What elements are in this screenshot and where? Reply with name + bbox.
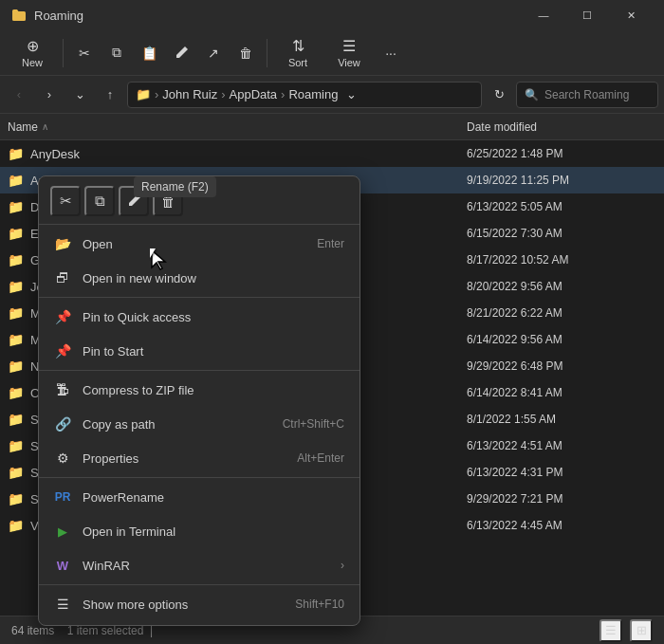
- ctx-item-powerrename[interactable]: PR PowerRename: [39, 480, 360, 514]
- ctx-item-compress-zip[interactable]: 🗜 Compress to ZIP file: [39, 373, 360, 407]
- ctx-compress-zip-label: Compress to ZIP file: [83, 383, 344, 397]
- ctx-pin-start-icon: 📌: [54, 342, 71, 359]
- ctx-item-pin-quick-access[interactable]: 📌 Pin to Quick access: [39, 300, 360, 334]
- breadcrumb-appdata[interactable]: AppData: [230, 87, 278, 101]
- ctx-divider-2: [39, 297, 360, 298]
- ctx-item-properties[interactable]: ⚙ Properties Alt+Enter: [39, 441, 360, 475]
- share-button[interactable]: ↗: [198, 36, 229, 70]
- ctx-open-new-window-icon: 🗗: [54, 269, 71, 286]
- window-title: Roaming: [34, 9, 83, 23]
- refresh-button[interactable]: ↻: [486, 82, 512, 108]
- file-name: AnyDesk: [30, 147, 461, 161]
- ctx-item-open-new-window[interactable]: 🗗 Open in new window: [39, 261, 360, 295]
- title-bar-left: Roaming: [11, 8, 83, 23]
- copy-button[interactable]: ⧉: [101, 36, 132, 70]
- ctx-delete-button[interactable]: 🗑: [153, 186, 183, 216]
- ctx-winrar-icon: W: [54, 557, 71, 574]
- file-date: 9/29/2022 6:48 PM: [467, 359, 656, 373]
- ctx-copy-path-shortcut: Ctrl+Shift+C: [283, 417, 344, 431]
- ctx-item-open[interactable]: 📂 Open Enter: [39, 227, 360, 261]
- folder-icon: 📁: [8, 173, 25, 188]
- details-view-button[interactable]: ☰: [599, 619, 622, 642]
- sort-icon: ⇅: [292, 37, 304, 55]
- file-date: 6/14/2022 8:41 AM: [467, 386, 656, 399]
- ctx-item-winrar[interactable]: W WinRAR ›: [39, 548, 360, 582]
- new-label: New: [22, 57, 43, 68]
- paste-button[interactable]: 📋: [134, 36, 164, 70]
- more-button[interactable]: ···: [376, 36, 406, 70]
- ctx-copy-button[interactable]: ⧉: [84, 186, 115, 216]
- file-date: 9/29/2022 7:21 PM: [467, 492, 656, 506]
- delete-button[interactable]: 🗑: [231, 36, 261, 70]
- ctx-winrar-label: WinRAR: [83, 559, 329, 573]
- folder-icon: 📁: [8, 226, 25, 241]
- sort-button[interactable]: ⇅ Sort: [273, 34, 323, 72]
- sort-arrow-icon: ∧: [42, 121, 48, 132]
- breadcrumb-sep-2: ›: [221, 87, 225, 101]
- folder-icon: 📁: [8, 438, 25, 453]
- ctx-item-open-terminal[interactable]: ▶ Open in Terminal: [39, 514, 360, 548]
- col-date-header[interactable]: Date modified: [467, 120, 656, 134]
- ctx-item-pin-start[interactable]: 📌 Pin to Start: [39, 334, 360, 368]
- folder-icon: 📁: [8, 518, 25, 533]
- new-button[interactable]: ⊕ New: [8, 34, 57, 72]
- context-menu: ✂ ⧉ 🗑 Rename (F2) 📂 Open Enter 🗗 Open in…: [38, 175, 360, 626]
- ctx-open-new-window-label: Open in new window: [83, 271, 344, 285]
- rename-button[interactable]: [166, 36, 196, 70]
- ctx-open-terminal-label: Open in Terminal: [83, 524, 344, 539]
- file-date: 8/17/2022 10:52 AM: [467, 253, 656, 267]
- ctx-properties-icon: ⚙: [54, 450, 71, 467]
- ctx-show-more-options-icon: ☰: [54, 596, 71, 613]
- up-button[interactable]: ↑: [97, 82, 123, 108]
- window-controls: — ☐ ✕: [522, 0, 653, 30]
- ctx-cut-button[interactable]: ✂: [50, 186, 81, 216]
- maximize-button[interactable]: ☐: [565, 0, 609, 30]
- forward-button[interactable]: ›: [36, 82, 63, 108]
- col-name-header[interactable]: Name ∧: [8, 120, 467, 134]
- address-bar: ‹ › ⌄ ↑ 📁 › John Ruiz › AppData › Roamin…: [0, 76, 664, 114]
- breadcrumb[interactable]: 📁 › John Ruiz › AppData › Roaming ⌄: [127, 82, 482, 108]
- cut-button[interactable]: ✂: [69, 36, 100, 70]
- back-button[interactable]: ‹: [6, 82, 32, 108]
- file-date: 6/13/2022 4:51 AM: [467, 439, 656, 452]
- search-icon: 🔍: [525, 88, 539, 101]
- ctx-powerrename-icon: PR: [54, 488, 71, 506]
- ctx-divider-5: [39, 584, 360, 585]
- file-date: 6/25/2022 1:48 PM: [467, 147, 656, 160]
- recent-button[interactable]: ⌄: [66, 82, 93, 108]
- ctx-show-more-options-label: Show more options: [83, 598, 284, 612]
- large-icons-view-button[interactable]: ⊞: [630, 619, 653, 642]
- file-date: 6/15/2022 7:30 AM: [467, 227, 656, 240]
- ctx-open-terminal-icon: ▶: [54, 523, 71, 540]
- ctx-properties-label: Properties: [83, 451, 286, 466]
- title-bar: Roaming — ☐ ✕: [0, 0, 664, 30]
- ctx-item-show-more-options[interactable]: ☰ Show more options Shift+F10: [39, 587, 360, 621]
- breadcrumb-folder-icon: 📁: [136, 87, 151, 101]
- folder-icon: 📁: [8, 146, 25, 161]
- ctx-open-label: Open: [83, 237, 305, 251]
- ctx-powerrename-label: PowerRename: [83, 490, 344, 505]
- minimize-button[interactable]: —: [522, 0, 565, 30]
- col-name-label: Name: [8, 120, 38, 134]
- search-placeholder: Search Roaming: [544, 88, 629, 101]
- breadcrumb-roaming[interactable]: Roaming: [288, 87, 338, 101]
- breadcrumb-john-ruiz[interactable]: John Ruiz: [162, 87, 217, 101]
- close-button[interactable]: ✕: [609, 0, 653, 30]
- file-date: 6/13/2022 4:45 AM: [467, 519, 656, 532]
- toolbar-separator-2: [267, 39, 267, 67]
- breadcrumb-sep-3: ›: [281, 87, 285, 101]
- folder-icon: 📁: [8, 279, 25, 294]
- folder-icon: 📁: [8, 465, 25, 480]
- new-icon: ⊕: [27, 37, 39, 55]
- file-date: 6/13/2022 5:05 AM: [467, 200, 656, 213]
- table-row[interactable]: 📁AnyDesk6/25/2022 1:48 PM: [0, 140, 664, 167]
- folder-icon: 📁: [8, 252, 25, 267]
- view-button[interactable]: ☰ View: [324, 34, 374, 72]
- breadcrumb-dropdown-arrow[interactable]: ⌄: [341, 82, 360, 108]
- ctx-item-copy-path[interactable]: 🔗 Copy as path Ctrl+Shift+C: [39, 407, 360, 441]
- ctx-properties-shortcut: Alt+Enter: [297, 451, 344, 465]
- folder-icon: 📁: [8, 491, 25, 506]
- search-box[interactable]: 🔍 Search Roaming: [516, 82, 658, 108]
- folder-icon: [11, 8, 27, 23]
- ctx-rename-button[interactable]: [119, 186, 149, 216]
